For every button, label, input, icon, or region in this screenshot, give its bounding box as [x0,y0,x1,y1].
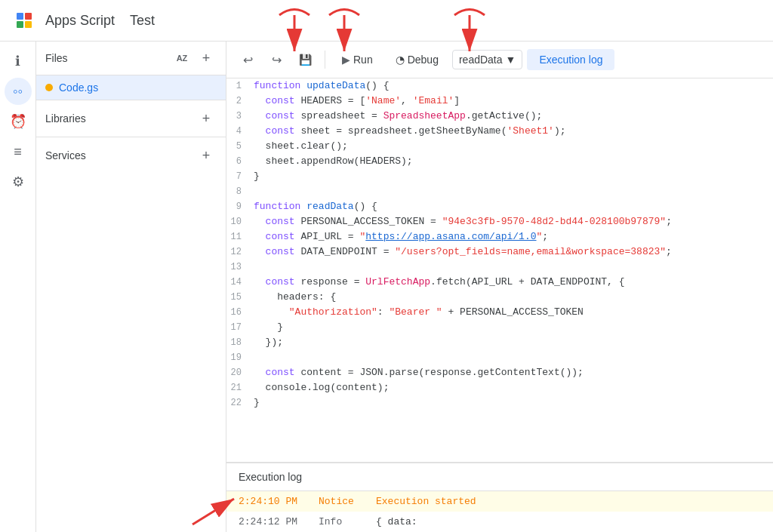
app-header: Apps Script Test [0,0,773,42]
svg-rect-3 [25,13,32,20]
code-gs-label: Code.gs [59,81,98,94]
code-line-22: 22 } [226,395,773,411]
code-line-11: 11 const API_URL = "https://app.asana.co… [226,229,773,244]
log-row-1: 2:24:10 PM Notice Execution started [226,491,773,512]
code-line-10: 10 const PERSONAL_ACCESS_TOKEN = "94e3c3… [226,214,773,229]
log-level-1: Notice [319,496,364,507]
function-name: readData [459,54,503,66]
code-line-3: 3 const spreadsheet = SpreadsheetApp.get… [226,109,773,124]
debug-label: Debug [408,54,439,66]
code-line-19: 19 [226,350,773,365]
code-line-8: 8 [226,184,773,199]
add-service-icon: + [202,148,211,164]
code-line-17: 17 } [226,320,773,335]
save-icon: 💾 [299,54,312,66]
code-line-14: 14 const response = UrlFetchApp.fetch(AP… [226,275,773,290]
run-label: Run [353,54,373,66]
add-file-btn[interactable]: + [196,48,217,69]
services-label: Services [45,149,86,161]
services-section: Services + [36,137,226,174]
triggers-nav-btn[interactable]: ⏰ [5,108,32,135]
info-nav-btn[interactable]: ℹ [5,48,32,75]
add-service-btn[interactable]: + [196,145,217,166]
code-line-4: 4 const sheet = spreadsheet.getSheetByNa… [226,124,773,139]
svg-rect-2 [17,13,23,20]
add-file-icon: + [202,51,211,66]
execution-log-panel: Execution log 2:24:10 PM Notice Executio… [226,462,773,532]
add-library-btn[interactable]: + [196,108,217,129]
icon-sidebar: ℹ ◦◦ ⏰ ≡ ⚙ [0,42,36,532]
clock-icon: ⏰ [10,113,26,130]
svg-rect-4 [17,21,23,28]
files-section-header: Files AZ + [36,42,226,75]
code-line-7: 7 } [226,169,773,184]
executions-icon: ≡ [14,144,22,160]
undo-icon: ↩ [243,53,253,67]
info-icon: ℹ [15,53,20,69]
log-msg-1: Execution started [376,496,476,507]
code-line-2: 2 const HEADERS = ['Name', 'Email'] [226,94,773,109]
save-btn[interactable]: 💾 [293,48,317,72]
log-level-2: Info [319,516,364,527]
redo-icon: ↪ [272,53,282,67]
log-msg-2: { data: [376,516,417,527]
file-dot [45,84,53,91]
function-selector[interactable]: readData ▼ [452,50,522,69]
code-gs-file[interactable]: Code.gs [36,75,226,100]
run-btn[interactable]: ▶ Run [333,49,382,70]
dropdown-icon: ▼ [506,54,516,66]
svg-rect-5 [25,21,32,28]
undo-btn[interactable]: ↩ [236,48,260,72]
exec-log-title: Execution log [226,463,773,491]
code-line-6: 6 sheet.appendRow(HEADERS); [226,154,773,169]
libraries-label: Libraries [45,112,86,125]
play-icon: ▶ [342,54,350,66]
code-line-12: 12 const DATA_ENDPOINT = "/users?opt_fie… [226,244,773,260]
debug-icon: ◔ [396,54,405,66]
app-title: Apps Script [45,13,115,29]
editor-icon: ◦◦ [13,84,23,100]
main-layout: ℹ ◦◦ ⏰ ≡ ⚙ Files AZ + [0,42,773,532]
files-header-icons: AZ + [171,48,217,69]
exec-log-label: Execution log [539,54,602,66]
code-line-13: 13 [226,260,773,275]
code-line-21: 21 console.log(content); [226,380,773,395]
execution-log-btn[interactable]: Execution log [527,49,614,70]
code-line-15: 15 headers: { [226,290,773,305]
log-row-2: 2:24:12 PM Info { data: [226,512,773,532]
toolbar-separator [325,51,325,69]
code-line-9: 9 function readData() { [226,199,773,214]
add-library-icon: + [202,111,211,127]
log-time-2: 2:24:12 PM [239,516,306,527]
code-editor[interactable]: 1 function updateData() { 2 const HEADER… [226,78,773,462]
libraries-section: Libraries + [36,100,226,137]
files-label: Files [45,52,68,64]
debug-btn[interactable]: ◔ Debug [386,49,448,70]
sort-icon: AZ [177,54,188,63]
redo-btn[interactable]: ↪ [264,48,288,72]
app-logo [12,8,36,32]
log-time-1: 2:24:10 PM [239,496,306,507]
code-line-1: 1 function updateData() { [226,78,773,94]
file-sidebar: Files AZ + Code.gs Libraries + Services [36,42,226,532]
code-area: ↩ ↪ 💾 ▶ Run ◔ Debug readData ▼ Execu [226,42,773,532]
sort-files-btn[interactable]: AZ [171,48,192,69]
project-name: Test [130,13,155,29]
editor-toolbar: ↩ ↪ 💾 ▶ Run ◔ Debug readData ▼ Execu [226,42,773,78]
code-line-16: 16 "Authorization": "Bearer " + PERSONAL… [226,305,773,320]
settings-icon: ⚙ [12,174,24,190]
editor-nav-btn[interactable]: ◦◦ [5,78,32,105]
settings-nav-btn[interactable]: ⚙ [5,168,32,195]
executions-nav-btn[interactable]: ≡ [5,138,32,165]
code-line-5: 5 sheet.clear(); [226,139,773,154]
code-line-18: 18 }); [226,335,773,350]
code-line-20: 20 const content = JSON.parse(response.g… [226,365,773,380]
